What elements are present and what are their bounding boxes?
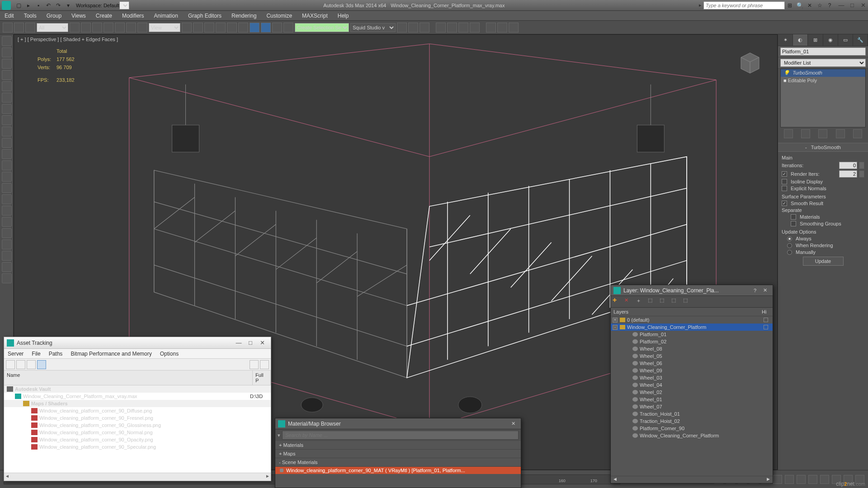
asset-row[interactable]: Window_cleaning_platform_corner_90_Diffu… [4,407,271,414]
nav-5-icon[interactable] [820,475,829,484]
explicit-checkbox[interactable] [782,186,787,191]
asset-tb-status-icon[interactable] [260,360,269,369]
menu-help[interactable]: Help [338,13,349,19]
mb-section-scene[interactable]: - Scene Materials [275,458,521,467]
align-icon[interactable] [283,23,293,33]
viewcube-icon[interactable] [732,44,768,80]
material-browser-titlebar[interactable]: Material/Map Browser ✕ [275,418,521,429]
render-icon[interactable] [470,23,480,33]
object-name-input[interactable] [780,47,866,56]
layer-object-row[interactable]: Traction_Hoist_01 [611,410,773,418]
layer-new-icon[interactable]: ✚ [613,297,622,306]
layer-object-row[interactable]: Wheel_07 [611,403,773,410]
workspace-dropdown[interactable] [119,1,129,9]
lt-20-icon[interactable] [2,251,12,261]
mb-options-icon[interactable]: ▾ [278,432,280,438]
create-tab-icon[interactable]: ✶ [778,34,793,46]
show-end-result-icon[interactable] [801,129,810,138]
layer-manager-icon[interactable] [397,23,407,33]
lt-16-icon[interactable] [2,206,12,216]
maximize-button[interactable]: □ [849,2,855,9]
pin-stack-icon[interactable] [784,129,793,138]
hierarchy-tab-icon[interactable]: ⊞ [808,34,823,46]
menu-customize[interactable]: Customize [266,13,292,19]
asset-row[interactable]: Window_cleaning_platform_corner_90_Gloss… [4,422,271,429]
modify-tab-icon[interactable]: ◐ [793,34,808,46]
material-item[interactable]: Window_cleaning_platform_corner_90_MAT (… [275,467,521,474]
nav-3-icon[interactable] [797,475,806,484]
remove-modifier-icon[interactable] [836,129,845,138]
display-tab-icon[interactable]: ▭ [838,34,853,46]
render-iters-checkbox[interactable] [782,171,787,177]
update-button[interactable]: Update [803,257,844,266]
scale-icon[interactable] [137,23,147,33]
named-selection-dropdown[interactable]: Create Selection Se [295,23,349,32]
tb-extra-1-icon[interactable] [486,23,496,33]
layer-list[interactable]: +0 (default)-Window_Cleaning_Corner_Plat… [611,316,773,476]
lt-5-icon[interactable] [2,81,12,91]
layer-object-row[interactable]: Wheel_09 [611,367,773,374]
asset-col-path[interactable]: Full P [253,371,271,385]
schematic-icon[interactable] [420,23,429,33]
asset-tb-4-icon[interactable] [37,360,46,369]
menu-group[interactable]: Group [47,13,61,19]
percent-snap-icon[interactable] [227,23,237,33]
mirror-icon[interactable] [272,23,282,33]
lt-9-icon[interactable] [2,127,12,136]
selection-filter-dropdown[interactable]: All [37,23,68,32]
lt-13-icon[interactable] [2,172,12,182]
minimize-button[interactable]: — [838,2,844,9]
lt-22-icon[interactable] [2,273,12,283]
lt-4-icon[interactable] [2,70,12,80]
lt-14-icon[interactable] [2,183,12,193]
asset-row[interactable]: Window_Cleaning_Corner_Platform_max_vray… [4,393,271,400]
update-manual-radio[interactable] [787,250,792,255]
window-crossing-icon[interactable] [104,23,113,33]
redo-icon[interactable]: ↷ [54,1,63,10]
asset-tb-3-icon[interactable] [27,360,36,369]
utilities-tab-icon[interactable]: 🔧 [853,34,868,46]
asset-tracking-hscroll[interactable] [4,473,271,481]
isoline-checkbox[interactable] [782,179,787,184]
material-editor-icon[interactable] [436,23,446,33]
menu-tools[interactable]: Tools [24,13,37,19]
lt-21-icon[interactable] [2,262,12,272]
layer-add-icon[interactable]: ＋ [636,297,645,306]
asset-row[interactable]: Maps / Shaders [4,400,271,407]
ref-coord-dropdown[interactable]: View [149,23,180,32]
lt-3-icon[interactable] [2,59,12,69]
layer-object-row[interactable]: Platform_Corner_90 [611,425,773,432]
exchange-icon[interactable]: ✕ [805,1,814,10]
layer-object-row[interactable]: Platform_02 [611,338,773,345]
asset-row[interactable]: Window_cleaning_platform_corner_90_Fresn… [4,414,271,422]
asset-row[interactable]: Window_cleaning_platform_corner_90_Norma… [4,429,271,436]
layer-object-row[interactable]: Wheel_08 [611,345,773,352]
lt-18-icon[interactable] [2,228,12,238]
configure-sets-icon[interactable] [853,129,862,138]
nav-2-icon[interactable] [785,475,794,484]
lt-1-icon[interactable] [2,36,12,46]
qat-more-icon[interactable]: ▾ [64,1,73,10]
material-list[interactable]: Window_cleaning_platform_corner_90_MAT (… [275,467,521,488]
sep-sg-checkbox[interactable] [791,221,796,226]
tb-extra-2-icon[interactable] [497,23,507,33]
layer-object-row[interactable]: Wheel_03 [611,374,773,381]
layer-row[interactable]: -Window_Cleaning_Corner_Platform [611,324,773,331]
layer-object-row[interactable]: Wheel_02 [611,389,773,396]
lt-11-icon[interactable] [2,149,12,159]
asset-row[interactable]: Autodesk Vault [4,385,271,393]
asset-close-button[interactable]: ✕ [256,339,268,346]
lt-10-icon[interactable] [2,138,12,148]
polar-icon[interactable] [261,23,271,33]
stack-turbosmooth[interactable]: 💡 TurboSmooth [781,69,865,77]
menu-graph-editors[interactable]: Graph Editors [188,13,222,19]
modifier-stack[interactable]: 💡 TurboSmooth ■ Editable Poly [780,69,866,127]
layer-object-row[interactable]: Platform_01 [611,331,773,338]
layer-freeze-icon[interactable]: ⬚ [683,297,692,306]
asset-max-button[interactable]: □ [245,339,256,346]
layer-object-row[interactable]: Window_Cleaning_Corner_Platform [611,432,773,439]
select-name-icon[interactable] [81,23,91,33]
nav-4-icon[interactable] [808,475,817,484]
signin-icon[interactable]: 🔍 [795,1,804,10]
asset-tb-1-icon[interactable] [6,360,15,369]
